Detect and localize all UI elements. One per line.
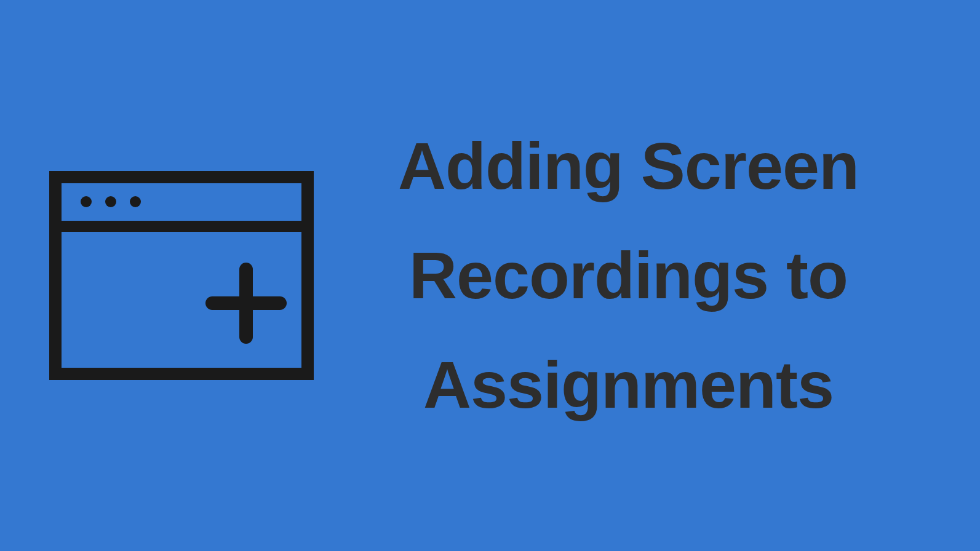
slide-title: Adding Screen Recordings to Assignments: [314, 111, 943, 440]
window-plus-icon: [49, 171, 314, 380]
svg-point-2: [81, 196, 92, 207]
svg-point-3: [105, 196, 116, 207]
svg-point-4: [130, 196, 141, 207]
svg-rect-0: [55, 177, 308, 374]
slide-container: Adding Screen Recordings to Assignments: [0, 111, 980, 440]
title-wrapper: Adding Screen Recordings to Assignments: [314, 111, 980, 440]
